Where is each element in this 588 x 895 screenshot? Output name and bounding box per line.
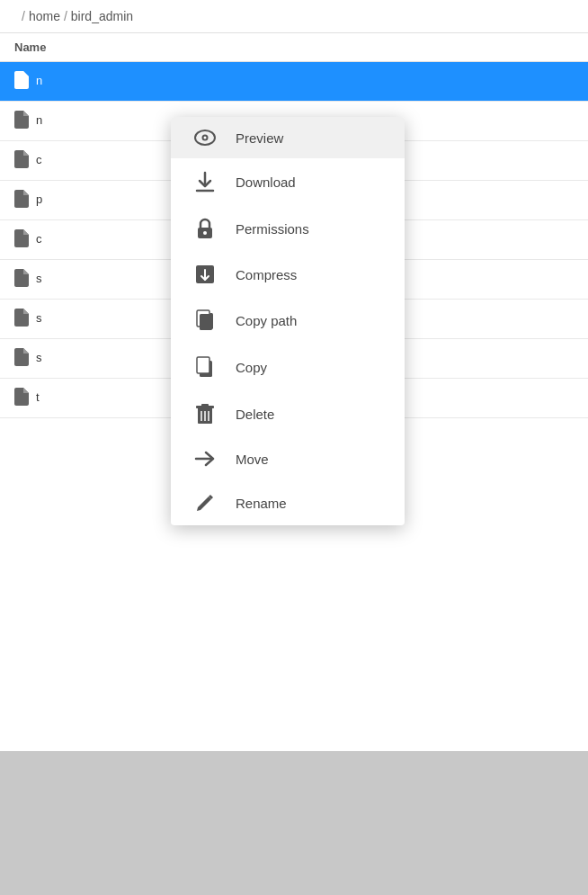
file-item: t bbox=[14, 388, 40, 406]
footer-area bbox=[0, 751, 588, 895]
file-item: p bbox=[14, 190, 42, 208]
file-icon bbox=[14, 348, 29, 366]
file-icon bbox=[14, 150, 29, 168]
file-item: c bbox=[14, 229, 42, 247]
svg-point-2 bbox=[204, 137, 207, 139]
context-menu-label: Compress bbox=[236, 267, 297, 282]
svg-rect-17 bbox=[201, 404, 209, 407]
copy-icon bbox=[192, 356, 218, 378]
breadcrumb-separator2: / bbox=[64, 9, 67, 23]
file-item: c bbox=[14, 150, 42, 168]
context-menu-label: Rename bbox=[236, 496, 287, 511]
context-menu-label: Download bbox=[236, 175, 296, 190]
file-icon bbox=[14, 388, 29, 406]
arrow-right-icon bbox=[192, 450, 218, 468]
file-name: c bbox=[36, 232, 42, 246]
breadcrumb-bird-admin[interactable]: bird_admin bbox=[71, 9, 133, 23]
pencil-icon bbox=[192, 493, 218, 513]
file-name: t bbox=[36, 390, 40, 404]
file-name: p bbox=[36, 192, 42, 206]
file-item: s bbox=[14, 348, 42, 366]
lock-icon bbox=[192, 218, 218, 239]
file-item: s bbox=[14, 269, 42, 287]
trash-icon bbox=[192, 403, 218, 425]
svg-rect-12 bbox=[200, 314, 212, 330]
breadcrumb-home[interactable]: home bbox=[29, 9, 60, 23]
file-name: n bbox=[36, 74, 42, 87]
compress-icon bbox=[192, 264, 218, 284]
context-menu-label: Copy path bbox=[236, 313, 297, 328]
file-name: c bbox=[36, 153, 42, 166]
context-menu-item-copy-path[interactable]: Copy path bbox=[171, 297, 405, 344]
context-menu-item-compress[interactable]: Compress bbox=[171, 252, 405, 297]
file-item: n bbox=[14, 71, 42, 89]
file-name: n bbox=[36, 113, 42, 127]
column-name: Name bbox=[0, 33, 588, 62]
context-menu: Preview Download Permissions Compress bbox=[171, 117, 405, 525]
svg-rect-14 bbox=[197, 357, 209, 373]
file-item: s bbox=[14, 309, 42, 327]
context-menu-item-delete[interactable]: Delete bbox=[171, 390, 405, 437]
file-icon bbox=[14, 229, 29, 247]
breadcrumb: / home / bird_admin bbox=[0, 0, 588, 33]
context-menu-label: Copy bbox=[236, 360, 267, 375]
file-name: s bbox=[36, 351, 42, 364]
context-menu-label: Move bbox=[236, 452, 269, 467]
file-item: n bbox=[14, 111, 42, 129]
context-menu-item-rename[interactable]: Rename bbox=[171, 480, 405, 525]
file-name: s bbox=[36, 272, 42, 285]
file-icon bbox=[14, 309, 29, 327]
context-menu-item-permissions[interactable]: Permissions bbox=[171, 205, 405, 252]
table-row[interactable]: n bbox=[0, 62, 588, 102]
file-icon bbox=[14, 190, 29, 208]
breadcrumb-separator: / bbox=[22, 9, 25, 23]
context-menu-item-copy[interactable]: Copy bbox=[171, 344, 405, 390]
download-icon bbox=[192, 171, 218, 192]
file-icon bbox=[14, 71, 29, 89]
context-menu-label: Preview bbox=[236, 130, 283, 146]
context-menu-label: Permissions bbox=[236, 221, 309, 237]
file-name: s bbox=[36, 311, 42, 325]
svg-point-6 bbox=[203, 231, 207, 235]
context-menu-item-move[interactable]: Move bbox=[171, 437, 405, 480]
file-icon bbox=[14, 269, 29, 287]
context-menu-item-download[interactable]: Download bbox=[171, 158, 405, 205]
eye-icon bbox=[192, 130, 218, 146]
context-menu-label: Delete bbox=[236, 407, 274, 422]
file-icon bbox=[14, 111, 29, 129]
copy-path-icon bbox=[192, 309, 218, 331]
context-menu-item-preview[interactable]: Preview bbox=[171, 117, 405, 158]
